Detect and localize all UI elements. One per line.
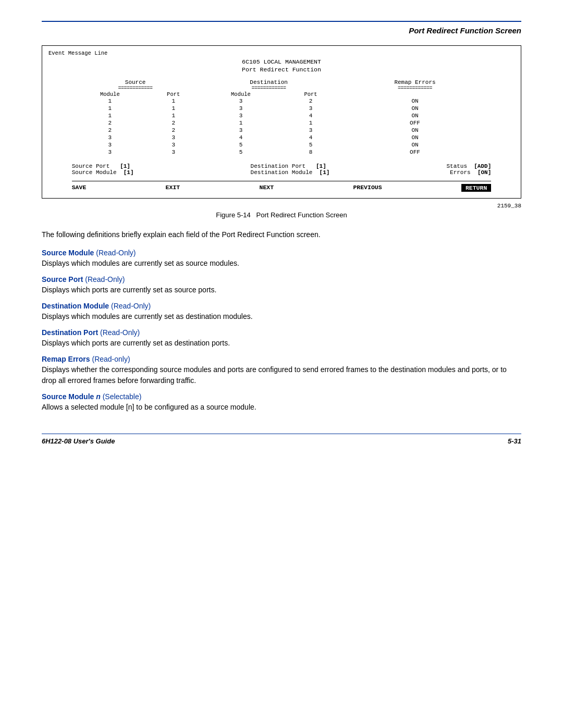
field-name: Source Module (42, 249, 94, 257)
table-row: 1134ON (72, 112, 492, 119)
table-row: 3355ON (72, 141, 492, 149)
destination-module-field: Destination Module [1] (251, 169, 330, 176)
field-heading: Source Module (Read-Only) (42, 249, 521, 257)
status-value: [ADD] (474, 163, 491, 169)
field-heading: Remap Errors (Read-only) (42, 355, 521, 363)
bottom-left: Source Port [1] Source Module [1] (72, 163, 134, 176)
table-row: 1133ON (72, 105, 492, 112)
table-row: 2211OFF (72, 119, 492, 127)
bottom-right: Status [ADD] Errors [ON] (446, 163, 491, 176)
screen-name: Port Redirect Function (48, 66, 515, 73)
source-port-label: Source Port (72, 163, 110, 169)
toolbar-previous[interactable]: Previous (353, 184, 382, 192)
bottom-center: Destination Port [1] Destination Module … (251, 163, 330, 176)
field-entry: Remap Errors (Read-only)Displays whether… (42, 355, 521, 386)
toolbar-exit[interactable]: Exit (166, 184, 180, 192)
field-description: Allows a selected module [n] to be confi… (42, 402, 521, 413)
field-entry: Source Port (Read-Only)Displays which po… (42, 275, 521, 295)
page-title: Port Redirect Function Screen (42, 26, 521, 35)
errors-field: Errors [ON] (446, 169, 491, 176)
bottom-fields: Source Port [1] Source Module [1] Destin… (72, 163, 492, 176)
page-number: 5-31 (508, 437, 521, 445)
field-entry: Destination Port (Read-Only)Displays whi… (42, 328, 521, 349)
col-src-module: Module (72, 91, 148, 97)
field-description: Displays whether the corresponding sourc… (42, 364, 521, 386)
table-row: 2233ON (72, 127, 492, 134)
source-module-value: [1] (124, 169, 134, 176)
col-dst-port: Port (283, 91, 338, 97)
page-footer: 6H122-08 User's Guide 5-31 (42, 434, 521, 445)
source-underline: ============ (72, 85, 199, 91)
remap-underline: ============ (339, 85, 492, 91)
field-entry: Destination Module (Read-Only)Displays w… (42, 302, 521, 322)
toolbar-return[interactable]: Return (461, 184, 491, 192)
destination-module-label: Destination Module (251, 169, 313, 176)
field-name: Source Port (42, 275, 83, 283)
col-dst-module: Module (199, 91, 283, 97)
toolbar-next[interactable]: Next (259, 184, 274, 192)
field-qualifier: (Read-Only) (98, 328, 140, 337)
table-area: Source ============ Destination ========… (72, 79, 492, 192)
source-port-field: Source Port [1] (72, 163, 134, 169)
table-row: 3344ON (72, 134, 492, 141)
destination-module-value: [1] (320, 169, 330, 176)
field-heading: Source Module n (Selectable) (42, 392, 521, 401)
figure-ref: Figure 5-14 Port Redirect Function Scree… (216, 211, 347, 219)
col-remap (339, 91, 492, 97)
figure-number: Figure 5-14 (216, 211, 250, 219)
field-description: Displays which ports are currently set a… (42, 338, 521, 349)
destination-port-value: [1] (316, 163, 326, 169)
source-port-value: [1] (120, 163, 130, 169)
status-field: Status [ADD] (446, 163, 491, 169)
figure-title: Port Redirect Function Screen (256, 211, 347, 219)
remap-header: Remap Errors (339, 79, 492, 85)
figure-id: 2159_38 (42, 203, 521, 209)
source-module-label: Source Module (72, 169, 117, 176)
figure-caption: Figure 5-14 Port Redirect Function Scree… (42, 211, 521, 219)
system-title: 6C105 LOCAL MANAGEMENT (48, 58, 515, 65)
field-description: Displays which modules are currently set… (42, 311, 521, 322)
destination-underline: ============ (199, 85, 339, 91)
field-heading: Destination Port (Read-Only) (42, 328, 521, 337)
destination-port-field: Destination Port [1] (251, 163, 330, 169)
field-qualifier: (Read-only) (90, 355, 130, 363)
field-name: Destination Module (42, 302, 109, 310)
data-table: Source ============ Destination ========… (72, 79, 492, 156)
field-name: Destination Port (42, 328, 98, 337)
field-qualifier: (Selectable) (101, 392, 142, 401)
toolbar-save[interactable]: Save (72, 184, 87, 192)
field-qualifier: (Read-Only) (94, 249, 136, 257)
errors-label: Errors (450, 169, 471, 176)
source-header: Source (72, 79, 199, 85)
header-rule (42, 21, 521, 22)
field-qualifier: (Read-Only) (109, 302, 151, 310)
destination-port-label: Destination Port (251, 163, 306, 169)
field-heading: Destination Module (Read-Only) (42, 302, 521, 310)
field-name: Remap Errors (42, 355, 90, 363)
col-src-port: Port (148, 91, 199, 97)
field-name: Source Module n (42, 392, 101, 401)
field-qualifier: (Read-Only) (83, 275, 125, 283)
screen-box: Event Message Line 6C105 LOCAL MANAGEMEN… (42, 45, 521, 199)
event-message-line: Event Message Line (48, 50, 515, 56)
body-paragraph: The following definitions briefly explai… (42, 229, 521, 240)
errors-value: [ON] (478, 169, 491, 176)
fields-container: Source Module (Read-Only)Displays which … (42, 249, 521, 413)
field-entry: Source Module (Read-Only)Displays which … (42, 249, 521, 269)
source-module-field: Source Module [1] (72, 169, 134, 176)
table-row: 1132ON (72, 97, 492, 105)
field-entry: Source Module n (Selectable)Allows a sel… (42, 392, 521, 413)
guide-title: 6H122-08 User's Guide (42, 437, 115, 445)
status-label: Status (446, 163, 467, 169)
field-heading: Source Port (Read-Only) (42, 275, 521, 283)
destination-header: Destination (199, 79, 339, 85)
toolbar: Save Exit Next Previous Return (72, 181, 492, 192)
field-description: Displays which ports are currently set a… (42, 285, 521, 295)
field-description: Displays which modules are currently set… (42, 258, 521, 269)
table-row: 3358OFF (72, 149, 492, 156)
